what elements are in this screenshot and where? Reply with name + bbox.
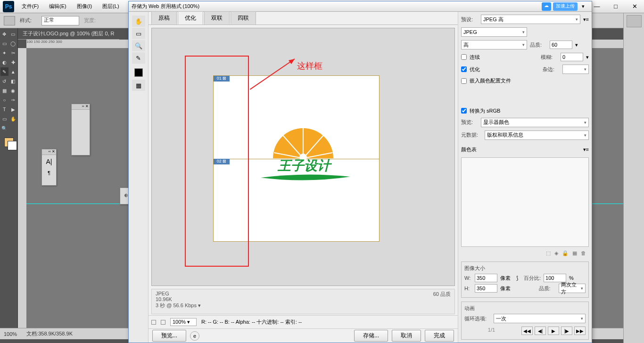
healing-tool[interactable]: ✚ — [9, 58, 17, 66]
menu-file[interactable]: 文件(F) — [17, 0, 43, 12]
height-input[interactable] — [475, 284, 497, 293]
convert-srgb-checkbox[interactable] — [461, 108, 467, 114]
foreground-color[interactable] — [4, 138, 14, 147]
resample-select[interactable]: 两次立方 — [559, 284, 586, 293]
format-select[interactable]: JPEG — [461, 27, 527, 37]
ct-icon-3[interactable]: 🔒 — [562, 250, 569, 256]
tab-2up[interactable]: 双联 — [204, 11, 230, 24]
colortable-title: 颜色表 — [461, 146, 477, 153]
artboard-tool[interactable]: ▭ — [9, 30, 17, 38]
embed-profile-checkbox[interactable] — [461, 78, 467, 84]
color-table[interactable] — [461, 157, 589, 247]
tab-4up[interactable]: 四联 — [231, 11, 256, 24]
cloud-icon[interactable]: ☁ — [542, 2, 551, 11]
colortable-menu-icon[interactable]: ▾≡ — [583, 147, 589, 153]
close-button[interactable]: ✕ — [625, 1, 644, 12]
status-zoom[interactable]: 100% — [4, 331, 17, 337]
anim-next-button[interactable]: |▶ — [561, 327, 572, 335]
shape-tool[interactable]: ▭ — [0, 114, 8, 123]
link-icon[interactable]: ⟆ — [516, 275, 518, 281]
spacer — [9, 124, 17, 132]
blur-input[interactable] — [561, 53, 583, 61]
eyedropper-icon[interactable]: ✎ — [132, 52, 145, 64]
loop-select[interactable]: 一次 — [494, 314, 586, 323]
blur-dropdown-icon[interactable]: ▾ — [586, 54, 589, 60]
preview-color-select[interactable]: 显示器颜色 — [481, 118, 589, 127]
zoom-tool[interactable]: 🔍 — [0, 124, 8, 132]
anim-play-button[interactable]: ▶ — [548, 327, 559, 335]
progressive-checkbox[interactable] — [461, 54, 467, 60]
bottom-icon2[interactable] — [161, 320, 165, 325]
tab-original[interactable]: 原稿 — [151, 11, 177, 24]
ct-icon-4[interactable]: ▦ — [572, 250, 577, 256]
brush-tool[interactable]: ✎ — [0, 67, 8, 76]
history-brush[interactable]: ↺ — [0, 77, 8, 85]
image-size-group: 图像大小 W: 像素 ⟆ 百分比: % H: 像素 品质: 两次立方 — [461, 261, 589, 298]
preset-menu-icon[interactable]: ▾≡ — [583, 16, 589, 23]
quality-input[interactable] — [550, 41, 572, 49]
marquee-tool[interactable]: ▭ — [0, 39, 8, 48]
crop-tool[interactable]: ✂ — [9, 49, 17, 57]
hand-tool-icon[interactable]: ✋ — [132, 16, 145, 27]
cancel-button[interactable]: 取消 — [392, 330, 421, 342]
float-panel-2[interactable]: ‹‹ ✕A|¶ — [41, 149, 57, 186]
zoom-select[interactable]: 100% ▾ — [170, 318, 197, 326]
eraser-tool[interactable]: ◧ — [9, 77, 17, 85]
type-tool[interactable]: T — [0, 105, 8, 114]
tool-preset-icon[interactable] — [4, 16, 15, 25]
stamp-tool[interactable]: ▲ — [9, 67, 17, 76]
slice-badge-01[interactable]: 01 ⊠ — [214, 76, 230, 82]
sfw-preview-area[interactable]: 01 ⊠ 02 ⊠ 王子设计 — [151, 28, 455, 286]
slice-select-icon[interactable]: ▭ — [132, 28, 145, 39]
float-panel-1[interactable]: ›› ✕ — [71, 104, 90, 155]
bottom-icon1[interactable] — [151, 320, 156, 325]
blur-tool[interactable]: ◉ — [9, 86, 17, 95]
ct-icon-2[interactable]: ◈ — [554, 250, 558, 256]
ct-icon-1[interactable]: ⬚ — [546, 250, 551, 256]
eyedropper-color[interactable] — [134, 68, 143, 77]
style-select[interactable]: 正常 — [41, 16, 79, 25]
hand-tool[interactable]: ✋ — [9, 114, 17, 123]
anim-first-button[interactable]: ◀◀ — [521, 327, 533, 335]
save-button[interactable]: 存储... — [354, 330, 388, 342]
sfw-titlebar[interactable]: 存储为 Web 所用格式 (100%) ☁ 加速上传 ▾ — [129, 1, 592, 12]
anim-prev-button[interactable]: ◀| — [535, 327, 546, 335]
wand-tool[interactable]: ✦ — [0, 49, 8, 57]
preview-button[interactable]: 预览... — [152, 330, 186, 342]
info-format: JPEG — [156, 291, 201, 296]
background-color[interactable] — [8, 141, 17, 150]
animation-group: 动画 循环选项: 一次 1/1 ◀◀ ◀| ▶ |▶ ▶▶ — [461, 302, 589, 340]
menu-image[interactable]: 图像(I) — [72, 0, 97, 12]
dodge-tool[interactable]: ○ — [0, 96, 8, 104]
pen-tool[interactable]: ✑ — [9, 96, 17, 104]
zoom-icon[interactable]: 🔍 — [132, 40, 145, 51]
quality-preset-select[interactable]: 高 — [461, 40, 527, 49]
ct-icon-5[interactable]: 🗑 — [581, 250, 586, 256]
menu-layer[interactable]: 图层(L) — [98, 0, 124, 12]
tab-optimized[interactable]: 优化 — [178, 11, 203, 24]
browser-preview-icon[interactable]: e — [190, 331, 199, 341]
sfw-menu-icon[interactable]: ▾ — [578, 2, 589, 11]
w-label: W: — [464, 275, 472, 281]
slice-visibility-icon[interactable]: ▦ — [132, 80, 145, 91]
preset-select[interactable]: JPEG 高 — [481, 15, 580, 24]
slice-badge-02[interactable]: 02 ⊠ — [214, 159, 230, 164]
maximize-button[interactable]: □ — [606, 1, 625, 12]
eyedropper-tool[interactable]: ◐ — [0, 58, 8, 66]
gradient-tool[interactable]: ▦ — [0, 86, 8, 95]
lasso-tool[interactable]: ◯ — [9, 39, 17, 48]
width-input[interactable] — [475, 274, 497, 282]
dock-icon-1[interactable] — [627, 15, 642, 27]
move-tool[interactable]: ✥ — [0, 30, 8, 38]
path-select[interactable]: ▶ — [9, 105, 17, 114]
anim-last-button[interactable]: ▶▶ — [574, 327, 586, 335]
document-tab[interactable]: 王子设计LOGO.png @ 100% (图层 0, R — [18, 28, 119, 40]
done-button[interactable]: 完成 — [425, 330, 454, 342]
preview-image[interactable]: 01 ⊠ 02 ⊠ 王子设计 — [213, 75, 380, 242]
matte-select[interactable] — [562, 65, 589, 74]
quality-dropdown-icon[interactable]: ▾ — [575, 42, 578, 48]
accelerate-badge[interactable]: 加速上传 — [553, 2, 578, 11]
optimized-checkbox[interactable] — [461, 66, 467, 72]
metadata-select[interactable]: 版权和联系信息 — [485, 131, 589, 140]
menu-edit[interactable]: 编辑(E) — [44, 0, 71, 12]
